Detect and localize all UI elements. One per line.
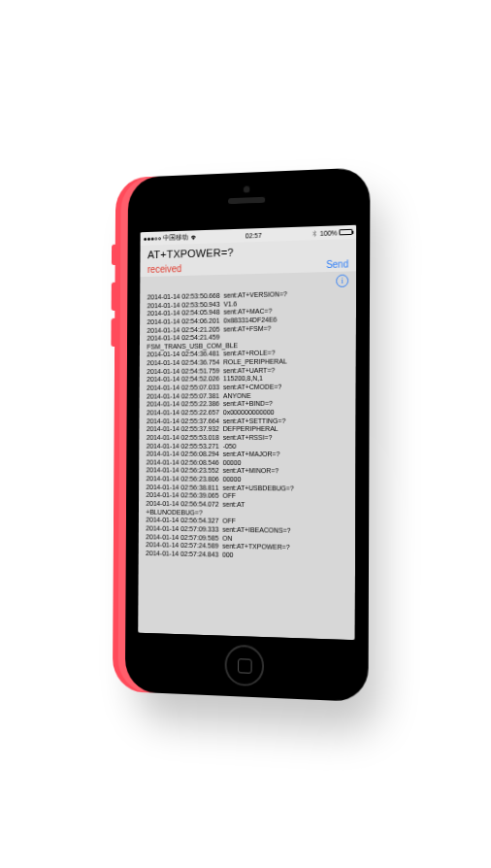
log-timestamp: 2014-01-14 02:55:53.018	[147, 434, 219, 443]
log-output[interactable]: 2014-01-14 02:53:50.668sent:AT+VERSION=?…	[139, 289, 356, 569]
log-message: -050	[223, 442, 348, 451]
log-message: sent:AT+SETTING=?	[223, 417, 348, 425]
log-timestamp: 2014-01-14 02:55:22.657	[147, 409, 219, 417]
battery-pct-label: 100%	[320, 229, 338, 237]
received-label: received	[147, 263, 181, 275]
log-message: 0x000000000000	[223, 409, 348, 417]
send-button[interactable]: Send	[326, 258, 348, 270]
wifi-icon	[190, 234, 197, 241]
log-message: sent:AT	[222, 501, 347, 511]
log-message: DEFPERIPHERAL	[223, 425, 348, 434]
earpiece-speaker	[228, 197, 265, 204]
status-right: 100%	[311, 228, 352, 236]
log-timestamp: 2014-01-14 02:55:22.386	[147, 400, 219, 409]
status-left: 中国移动	[144, 232, 196, 244]
volume-down-button[interactable]	[111, 318, 116, 347]
log-message: sent:AT+RSSI=?	[223, 434, 348, 443]
carrier-label: 中国移动	[163, 232, 188, 243]
log-timestamp: 2014-01-14 02:55:07.381	[147, 392, 219, 401]
volume-up-button[interactable]	[112, 283, 117, 311]
log-timestamp: 2014-01-14 02:56:08.294	[147, 451, 219, 459]
screen: 中国移动 02:57 100% AT+TXPOWER=? received Se…	[138, 225, 356, 641]
log-timestamp: 2014-01-14 02:55:53.271	[147, 442, 219, 451]
log-timestamp: 2014-01-14 02:57:24.843	[146, 550, 218, 559]
command-input[interactable]: AT+TXPOWER=?	[147, 243, 348, 260]
front-camera	[244, 186, 250, 193]
log-line: 2014-01-14 02:55:37.664sent:AT+SETTING=?	[147, 417, 348, 425]
mute-switch[interactable]	[112, 245, 117, 266]
signal-dots-icon	[144, 237, 161, 241]
log-line: 2014-01-14 02:55:53.018sent:AT+RSSI=?	[147, 434, 348, 443]
info-icon[interactable]: i	[336, 275, 348, 287]
bluetooth-icon	[311, 229, 318, 236]
home-button[interactable]	[225, 645, 265, 687]
log-timestamp: 2014-01-14 02:55:37.664	[147, 417, 219, 426]
clock-label: 02:57	[246, 231, 262, 239]
battery-icon	[339, 229, 352, 236]
log-message: 000	[222, 551, 347, 562]
phone-frame: 中国移动 02:57 100% AT+TXPOWER=? received Se…	[125, 167, 371, 702]
log-line: 2014-01-14 02:55:37.932DEFPERIPHERAL	[147, 425, 348, 434]
log-timestamp: 2014-01-14 02:55:37.932	[147, 425, 219, 434]
